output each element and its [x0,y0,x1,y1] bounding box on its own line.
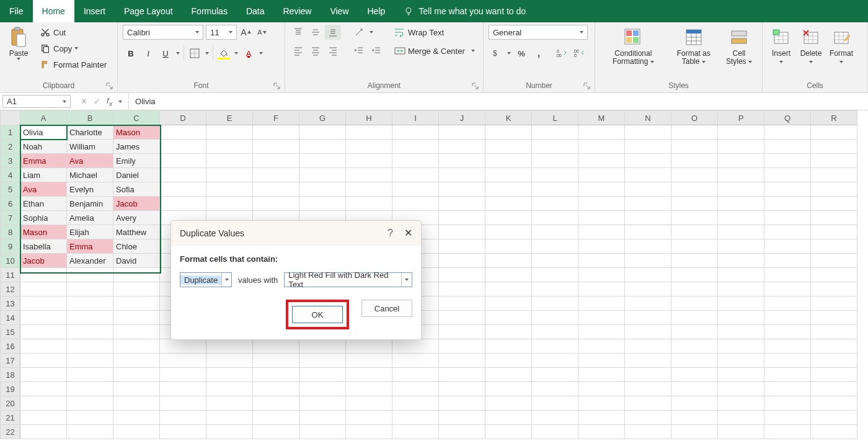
cell[interactable] [439,125,485,140]
cell[interactable] [299,411,346,425]
cut-button[interactable]: Cut [37,25,109,40]
cell[interactable] [578,382,625,396]
cell[interactable] [253,425,299,439]
cell[interactable] [485,140,532,154]
cell[interactable] [346,154,392,168]
cell[interactable] [253,382,299,396]
cell[interactable] [718,239,764,254]
cell[interactable] [764,354,811,368]
cell[interactable] [578,297,625,311]
cell[interactable] [485,225,532,239]
cell[interactable] [299,140,346,154]
row-header[interactable]: 17 [1,354,20,368]
font-size-select[interactable]: 11 [206,25,237,40]
borders-button[interactable] [187,46,203,61]
cell[interactable] [439,239,485,254]
cell[interactable] [113,411,160,425]
cell[interactable] [578,197,625,211]
cell[interactable] [718,297,764,311]
cell[interactable] [532,368,578,382]
cancel-edit-icon[interactable]: ✕ [81,97,87,106]
cell[interactable] [253,197,299,211]
cell[interactable] [625,297,671,311]
cell[interactable] [160,154,206,168]
cell[interactable] [439,254,485,268]
cell[interactable] [671,354,718,368]
increase-indent-button[interactable] [368,43,384,58]
cell[interactable] [532,168,578,182]
cell[interactable] [392,197,439,211]
font-name-select[interactable]: Calibri [123,25,203,40]
cell[interactable] [718,311,764,325]
cell[interactable]: Alexander [67,254,113,268]
column-header[interactable]: D [160,111,206,125]
cell[interactable] [392,125,439,140]
cell[interactable] [578,254,625,268]
cell[interactable] [764,368,811,382]
accounting-format-button[interactable]: $ [489,46,505,61]
cell[interactable] [532,254,578,268]
cell[interactable] [113,297,160,311]
row-header[interactable]: 7 [1,211,20,225]
cell[interactable] [811,368,857,382]
column-header[interactable]: A [20,111,67,125]
column-header[interactable]: N [625,111,671,125]
cell[interactable] [625,282,671,297]
cell[interactable]: Charlotte [67,125,113,140]
cell[interactable] [532,239,578,254]
cell[interactable] [532,197,578,211]
cell[interactable] [578,225,625,239]
spreadsheet-grid[interactable]: ABCDEFGHIJKLMNOPQR1OliviaCharlotteMason2… [0,110,868,446]
cell[interactable] [625,211,671,225]
cell[interactable] [253,140,299,154]
borders-dropdown[interactable] [204,46,210,61]
row-header[interactable]: 20 [1,396,20,411]
cell[interactable] [532,354,578,368]
cell[interactable] [299,339,346,354]
cell[interactable] [532,211,578,225]
cell[interactable] [625,425,671,439]
cell[interactable] [811,325,857,339]
cell[interactable] [20,425,67,439]
cell[interactable] [764,168,811,182]
cell[interactable]: Olivia [20,125,67,140]
cell[interactable] [160,125,206,140]
cell[interactable] [811,339,857,354]
cell[interactable]: Amelia [67,211,113,225]
cell[interactable] [485,182,532,197]
cell[interactable] [67,354,113,368]
row-header[interactable]: 13 [1,297,20,311]
cell[interactable] [625,382,671,396]
align-bottom-button[interactable] [325,25,341,40]
cell[interactable]: Ethan [20,197,67,211]
cell[interactable] [532,396,578,411]
ok-button[interactable]: OK [292,306,343,323]
cell[interactable] [67,382,113,396]
cell[interactable] [20,282,67,297]
cell[interactable] [113,311,160,325]
cell[interactable]: Emily [113,154,160,168]
cell[interactable] [439,197,485,211]
cell[interactable] [718,154,764,168]
cell[interactable] [718,268,764,282]
cell[interactable] [346,396,392,411]
cell[interactable] [625,168,671,182]
cell[interactable]: Mason [20,225,67,239]
cell[interactable] [485,382,532,396]
cell[interactable] [206,382,253,396]
column-header[interactable]: M [578,111,625,125]
cell[interactable] [253,154,299,168]
menu-tab-review[interactable]: Review [274,0,321,22]
cell[interactable] [392,382,439,396]
cell[interactable] [625,154,671,168]
comma-style-button[interactable]: , [531,46,547,61]
cell[interactable] [485,268,532,282]
cell[interactable] [160,168,206,182]
cell[interactable] [299,354,346,368]
cell[interactable] [532,225,578,239]
cell[interactable] [485,297,532,311]
cell[interactable] [113,282,160,297]
dialog-launcher-icon[interactable] [472,83,480,91]
cell[interactable] [811,182,857,197]
cell[interactable] [346,197,392,211]
